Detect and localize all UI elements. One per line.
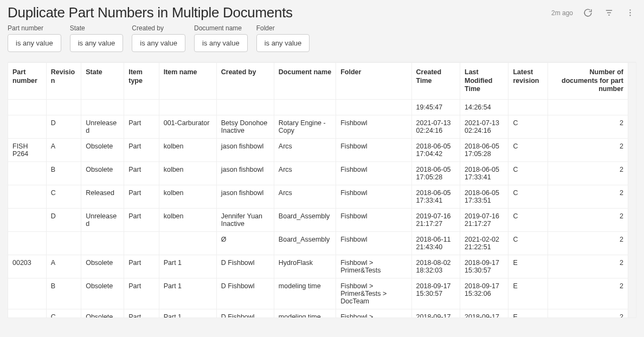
table-row[interactable]: BObsoletePartPart 1D Fishbowlmodeling ti… [8, 278, 628, 309]
col-revision[interactable]: Revision [47, 63, 81, 100]
filter-part-number[interactable]: is any value [8, 34, 61, 52]
table-row[interactable]: 19:45:4714:26:54 [8, 100, 628, 115]
cell-latest [508, 100, 548, 115]
cell-modified: 2018-06-05 17:33:41 [460, 162, 508, 185]
table-row[interactable]: BObsoletePartkolbenjason fishbowlArcsFis… [8, 162, 628, 185]
cell-created: 2019-07-16 21:17:27 [412, 209, 460, 232]
col-state[interactable]: State [81, 63, 124, 100]
cell-type: Part [124, 278, 159, 309]
cell-created: 2018-06-11 21:43:40 [412, 232, 460, 255]
cell-num [548, 100, 628, 115]
cell-type: Part [124, 209, 159, 232]
cell-name: 001-Carburator [159, 115, 217, 139]
filter-label-state: State [70, 24, 124, 32]
page-title: Duplicate Part Numbers in Multiple Docum… [8, 4, 551, 21]
cell-part [8, 162, 47, 185]
cell-part [8, 209, 47, 232]
cell-created: 2018-06-05 17:04:42 [412, 139, 460, 162]
col-item-type[interactable]: Item type [124, 63, 159, 100]
table-row[interactable]: CReleasedPartkolbenjason fishbowlArcsFis… [8, 185, 628, 209]
cell-created: 2021-07-13 02:24:16 [412, 115, 460, 139]
cell-created: 2018-08-02 18:32:03 [412, 255, 460, 278]
cell-modified: 2018-09-17 15:36:49 [460, 309, 508, 318]
table-row[interactable]: CObsoletePartPart 1D Fishbowlmodeling ti… [8, 309, 628, 318]
cell-modified: 2018-06-05 17:05:28 [460, 139, 508, 162]
cell-num: 2 [548, 162, 628, 185]
cell-num: 2 [548, 309, 628, 318]
cell-type: Part [124, 115, 159, 139]
table-scroll[interactable]: Part number Revision State Item type Ite… [8, 62, 636, 318]
cell-name: kolben [159, 162, 217, 185]
cell-by: jason fishbowl [217, 185, 274, 209]
more-icon[interactable] [624, 7, 636, 19]
cell-type: Part [124, 255, 159, 278]
cell-latest: C [508, 209, 548, 232]
cell-folder: Fishbowl > Primer&Tests [336, 255, 411, 278]
col-item-name[interactable]: Item name [159, 63, 217, 100]
cell-doc: Arcs [274, 162, 336, 185]
cell-latest: C [508, 139, 548, 162]
cell-doc: HydroFlask [274, 255, 336, 278]
cell-doc: Board_Assembly [274, 232, 336, 255]
filter-folder[interactable]: is any value [256, 34, 310, 52]
cell-state: Obsolete [81, 162, 124, 185]
cell-type: Part [124, 309, 159, 318]
cell-name: kolben [159, 139, 217, 162]
refresh-icon[interactable] [582, 7, 594, 19]
cell-modified: 2021-02-02 21:22:51 [460, 232, 508, 255]
cell-latest: C [508, 185, 548, 209]
cell-doc: Arcs [274, 139, 336, 162]
table-row[interactable]: FISH P264AObsoletePartkolbenjason fishbo… [8, 139, 628, 162]
cell-by: D Fishbowl [217, 278, 274, 309]
col-number-of-documents[interactable]: Number of documents for part number [548, 63, 628, 100]
cell-rev: B [47, 162, 81, 185]
cell-created: 19:45:47 [412, 100, 460, 115]
filter-document-name[interactable]: is any value [194, 34, 248, 52]
cell-doc: modeling time [274, 309, 336, 318]
filter-state[interactable]: is any value [70, 34, 124, 52]
cell-state: Obsolete [81, 139, 124, 162]
cell-part: 00203 [8, 255, 47, 278]
filter-icon[interactable] [603, 7, 615, 19]
cell-modified: 2018-09-17 15:30:57 [460, 255, 508, 278]
cell-by [217, 100, 274, 115]
cell-state: Released [81, 185, 124, 209]
cell-num: 2 [548, 278, 628, 309]
cell-num: 2 [548, 185, 628, 209]
cell-part [8, 115, 47, 139]
cell-name: kolben [159, 185, 217, 209]
cell-state: Unreleased [81, 115, 124, 139]
cell-state: Obsolete [81, 255, 124, 278]
table-row[interactable]: ØBoard_AssemblyFishbowl2018-06-11 21:43:… [8, 232, 628, 255]
col-latest-revision[interactable]: Latest revision [508, 63, 548, 100]
col-created-by[interactable]: Created by [217, 63, 274, 100]
col-created-time[interactable]: Created Time [412, 63, 460, 100]
table-row[interactable]: DUnreleasedPart001-CarburatorBetsy Donoh… [8, 115, 628, 139]
cell-modified: 14:26:54 [460, 100, 508, 115]
svg-point-5 [629, 15, 630, 16]
filter-label-document-name: Document name [194, 24, 248, 32]
cell-num: 2 [548, 139, 628, 162]
filter-label-folder: Folder [256, 24, 310, 32]
col-last-modified-time[interactable]: Last Modified Time [460, 63, 508, 100]
cell-modified: 2019-07-16 21:17:27 [460, 209, 508, 232]
filter-bar: Part number is any value State is any va… [8, 24, 636, 52]
table-row[interactable]: DUnreleasedPartkolbenJennifer Yuan Inact… [8, 209, 628, 232]
filter-created-by[interactable]: is any value [132, 34, 185, 52]
filter-label-part-number: Part number [8, 24, 61, 32]
cell-doc: Rotary Engine - Copy [274, 115, 336, 139]
cell-folder: Fishbowl > Primer&Tests > DocTeam [336, 278, 411, 309]
cell-latest: E [508, 309, 548, 318]
col-document-name[interactable]: Document name [274, 63, 336, 100]
cell-folder: Fishbowl [336, 115, 411, 139]
cell-doc: Board_Assembly [274, 209, 336, 232]
results-table: Part number Revision State Item type Ite… [8, 63, 628, 318]
col-part-number[interactable]: Part number [8, 63, 47, 100]
table-row[interactable]: 00203AObsoletePartPart 1D FishbowlHydroF… [8, 255, 628, 278]
cell-num: 2 [548, 232, 628, 255]
cell-folder: Fishbowl [336, 209, 411, 232]
col-folder[interactable]: Folder [336, 63, 411, 100]
cell-state: Obsolete [81, 278, 124, 309]
cell-name: Part 1 [159, 255, 217, 278]
cell-latest: E [508, 278, 548, 309]
